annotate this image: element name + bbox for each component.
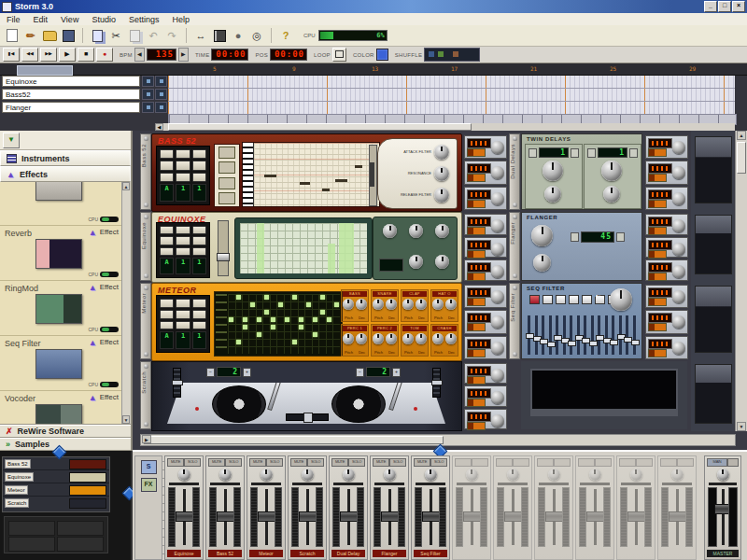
undo-icon[interactable]: ↶ <box>145 28 162 44</box>
import-button[interactable]: ▼ <box>3 133 20 148</box>
canvas-vertical-scrollbar[interactable]: ▲ ▼ <box>735 131 747 431</box>
mute-button[interactable]: MUTE <box>414 458 430 467</box>
active-drum-cell[interactable] <box>292 295 297 300</box>
pitch-knob[interactable] <box>373 333 384 344</box>
decay-knob[interactable] <box>356 299 367 310</box>
keypad-button[interactable] <box>160 247 174 256</box>
volume-fader[interactable] <box>504 511 522 522</box>
pitch-slider-a[interactable] <box>173 368 181 398</box>
title-bar[interactable]: Storm 3.0 _ □ × <box>0 0 747 13</box>
scroll-up-arrow[interactable]: ▲ <box>122 182 130 190</box>
eq-knob[interactable] <box>435 224 449 238</box>
filter-step-slider[interactable] <box>633 315 636 355</box>
keypad-button[interactable] <box>160 321 174 330</box>
scrollbar-thumb[interactable] <box>737 142 746 174</box>
track-mute-button[interactable] <box>142 76 154 87</box>
active-drum-cell[interactable] <box>243 325 247 329</box>
panel-view-icon[interactable] <box>211 28 228 44</box>
eq-knob[interactable] <box>383 224 397 238</box>
scrollbar-thumb[interactable] <box>143 436 444 444</box>
attack-knob[interactable] <box>434 145 449 160</box>
solo-button[interactable] <box>472 458 488 467</box>
rewire-section-button[interactable]: ✗ ReWire Software <box>0 425 131 438</box>
menu-file[interactable]: File <box>0 15 27 24</box>
piano-roll-note[interactable] <box>355 165 363 168</box>
tool-icon[interactable] <box>218 161 235 174</box>
pitch-knob[interactable] <box>343 333 354 344</box>
equinoxe-slider[interactable] <box>218 220 229 276</box>
scroll-down-arrow[interactable]: ▼ <box>122 415 130 424</box>
turntable-b[interactable] <box>331 385 386 423</box>
help-icon[interactable]: ? <box>277 28 294 44</box>
volume-fader[interactable] <box>422 511 440 522</box>
timeline-ruler[interactable]: 5 9 13 17 21 25 29 <box>0 63 747 76</box>
slider-handle[interactable] <box>568 341 576 346</box>
edit-tool-icon[interactable]: ✎ <box>20 24 43 48</box>
send-module[interactable] <box>464 285 507 308</box>
copy-icon[interactable] <box>89 28 106 44</box>
send-knob[interactable] <box>491 414 504 427</box>
decay-knob[interactable] <box>445 333 457 344</box>
paste-icon[interactable] <box>126 28 143 44</box>
keypad-button[interactable] <box>176 149 190 159</box>
bass52-keypad[interactable]: A 1 1 <box>156 146 210 205</box>
solo-button[interactable]: SOLO <box>266 458 283 467</box>
send-knob[interactable] <box>491 219 504 232</box>
mute-button[interactable]: MUTE <box>167 458 184 467</box>
pan-knob[interactable] <box>507 469 519 481</box>
send-module[interactable] <box>464 214 507 235</box>
keypad-button[interactable] <box>176 299 190 308</box>
volume-fader[interactable] <box>176 511 193 522</box>
active-drum-cell[interactable] <box>334 302 339 307</box>
send-knob[interactable] <box>491 243 504 256</box>
send-knob[interactable] <box>672 265 685 278</box>
scroll-right-arrow[interactable]: ▶ <box>142 435 151 443</box>
send-knob[interactable] <box>672 315 685 329</box>
tool-icon[interactable] <box>218 177 235 189</box>
module-scratch[interactable]: − 2 + − 2 + <box>151 361 462 431</box>
send-module[interactable] <box>464 237 507 259</box>
keypad-button[interactable] <box>192 299 206 308</box>
step-button[interactable] <box>543 295 553 304</box>
keypad-button[interactable] <box>192 321 206 330</box>
sequencer-mode-icon[interactable]: S <box>141 460 157 474</box>
send-module[interactable] <box>464 259 507 281</box>
filter-freq-knob[interactable] <box>610 288 632 311</box>
meteor-keypad[interactable]: A 1 1 <box>156 295 210 353</box>
active-drum-cell[interactable] <box>236 340 241 344</box>
solo-button[interactable] <box>513 458 529 467</box>
send-knob[interactable] <box>672 243 685 256</box>
menu-view[interactable]: View <box>54 15 85 24</box>
slider-handle[interactable] <box>631 340 640 345</box>
new-icon[interactable] <box>4 28 21 44</box>
pitch-knob[interactable] <box>373 299 384 310</box>
bass52-piano-roll[interactable] <box>242 142 380 207</box>
send-module[interactable] <box>464 336 507 359</box>
send-knob[interactable] <box>491 192 504 205</box>
keypad-button[interactable] <box>160 149 174 159</box>
scrollbar-thumb[interactable] <box>168 123 472 131</box>
active-drum-cell[interactable] <box>299 325 303 329</box>
solo-button[interactable] <box>554 458 571 467</box>
solo-button[interactable]: SOLO <box>389 458 406 467</box>
menu-settings[interactable]: Settings <box>122 15 166 24</box>
effect-entry-reverb[interactable]: Reverb ▲Effect CPU <box>0 226 131 281</box>
pan-knob[interactable] <box>548 469 560 481</box>
send-module[interactable] <box>645 237 688 259</box>
send-module[interactable] <box>464 310 507 333</box>
keypad-button[interactable] <box>192 149 206 159</box>
filter-step-slider[interactable] <box>577 315 580 355</box>
send-module[interactable] <box>464 161 507 184</box>
keypad-button[interactable] <box>176 173 190 182</box>
pan-knob[interactable] <box>343 469 355 481</box>
delay-up-button[interactable] <box>629 148 638 158</box>
delay-feedback-knob[interactable] <box>544 186 561 203</box>
effect-entry-vocoder[interactable]: Vocoder ▲Effect CPU <box>0 391 131 425</box>
effect-seq-filter[interactable]: SEQ FILTER ~ <box>521 283 642 359</box>
send-module[interactable] <box>464 385 507 406</box>
rewind-button[interactable]: ◀◀ <box>21 48 38 62</box>
volume-fader[interactable] <box>669 511 686 522</box>
send-knob[interactable] <box>672 290 685 303</box>
mute-button[interactable]: MUTE <box>290 458 307 467</box>
mute-button[interactable]: MUTE <box>331 458 348 467</box>
